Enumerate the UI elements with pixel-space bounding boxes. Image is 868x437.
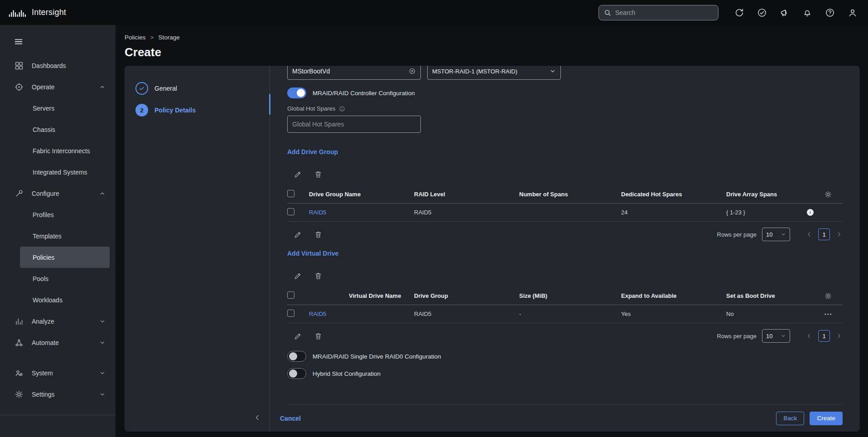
- step-label: General: [154, 85, 177, 92]
- table-settings-gear-icon[interactable]: [824, 292, 832, 300]
- edit-pencil-icon[interactable]: [294, 272, 302, 280]
- sidebar-item-dashboards[interactable]: Dashboards: [0, 55, 116, 76]
- breadcrumb-policies[interactable]: Policies: [125, 34, 146, 41]
- refresh-icon[interactable]: [734, 7, 745, 18]
- drive-group-name-link[interactable]: RAID5: [309, 209, 326, 216]
- delete-trash-icon[interactable]: [314, 272, 323, 280]
- global-hot-spares-input[interactable]: [292, 121, 416, 128]
- announcements-icon[interactable]: [779, 7, 790, 18]
- virtual-drive-name-input[interactable]: [292, 68, 405, 75]
- rows-per-page-select[interactable]: 10: [762, 329, 790, 343]
- sidebar-item-pools[interactable]: Pools: [0, 268, 116, 289]
- hybrid-slot-toggle[interactable]: [287, 368, 306, 379]
- previous-page-icon[interactable]: [805, 332, 813, 340]
- single-drive-raid0-toggle[interactable]: [287, 351, 306, 362]
- delete-trash-icon[interactable]: [314, 332, 323, 340]
- sidebar-item-integrated-systems[interactable]: Integrated Systems: [0, 161, 116, 183]
- mraid-controller-toggle[interactable]: [287, 87, 306, 98]
- virtual-drive-table-toolbar: [287, 271, 843, 281]
- top-bar: Intersight: [0, 0, 868, 25]
- step-label: Policy Details: [154, 107, 196, 114]
- next-page-icon[interactable]: [835, 231, 843, 238]
- rows-per-page-value: 10: [766, 333, 772, 340]
- row-actions-ellipsis-icon[interactable]: ⋯: [824, 312, 833, 316]
- column-header[interactable]: Drive Array Spans: [726, 191, 817, 198]
- column-header[interactable]: Virtual Drive Name: [309, 292, 414, 299]
- back-button[interactable]: Back: [776, 412, 804, 425]
- virtual-drive-name-field[interactable]: [287, 66, 421, 80]
- column-header[interactable]: Dedicated Hot Spares: [621, 191, 726, 198]
- column-header[interactable]: RAID Level: [414, 191, 519, 198]
- sidebar-item-label: Analyze: [32, 318, 54, 325]
- table-row[interactable]: RAID5 RAID5 24 { 1-23 }: [287, 204, 843, 222]
- sidebar-item-policies[interactable]: Policies: [20, 247, 110, 268]
- sidebar-item-operate[interactable]: Operate: [0, 76, 116, 97]
- menu-toggle-button[interactable]: [0, 25, 116, 55]
- cancel-button[interactable]: Cancel: [280, 415, 301, 422]
- health-check-icon[interactable]: [757, 7, 767, 18]
- select-all-checkbox[interactable]: [287, 190, 294, 197]
- drive-group-table-footer: Rows per page 10 1: [287, 222, 843, 247]
- sidebar-item-label: Automate: [32, 339, 59, 346]
- notifications-bell-icon[interactable]: [802, 7, 813, 18]
- step-policy-details[interactable]: 2 Policy Details: [135, 99, 270, 121]
- table-settings-gear-icon[interactable]: [824, 190, 832, 199]
- create-button[interactable]: Create: [810, 412, 843, 425]
- previous-page-icon[interactable]: [805, 231, 813, 238]
- drive-group-select[interactable]: MSTOR-RAID-1 (MSTOR-RAID): [427, 66, 561, 80]
- sidebar-item-chassis[interactable]: Chassis: [0, 119, 116, 140]
- step-general[interactable]: General: [135, 78, 270, 99]
- sidebar-divider: [0, 415, 116, 415]
- sidebar-item-label: Pools: [33, 275, 48, 282]
- search-box[interactable]: [598, 5, 719, 20]
- virtual-drive-name-row: MSTOR-RAID-1 (MSTOR-RAID): [287, 66, 843, 80]
- collapse-stepper-button[interactable]: [253, 413, 261, 422]
- column-header[interactable]: Drive Group: [414, 292, 519, 299]
- rows-per-page-select[interactable]: 10: [762, 228, 790, 241]
- current-page-indicator[interactable]: 1: [818, 330, 830, 342]
- virtual-drive-name-link[interactable]: RAID5: [309, 311, 326, 317]
- main-content: Policies > Storage Create General 2 Poli…: [116, 25, 868, 437]
- sidebar-item-automate[interactable]: Automate: [0, 332, 116, 353]
- toggle-knob: [289, 352, 297, 360]
- edit-pencil-icon[interactable]: [294, 230, 302, 239]
- row-info-icon[interactable]: [807, 209, 814, 216]
- sidebar-item-servers[interactable]: Servers: [0, 97, 116, 119]
- breadcrumb: Policies > Storage: [125, 34, 860, 41]
- delete-trash-icon[interactable]: [314, 230, 323, 239]
- current-page-indicator[interactable]: 1: [818, 228, 830, 240]
- delete-trash-icon[interactable]: [314, 170, 323, 179]
- clear-input-icon[interactable]: [409, 68, 416, 75]
- sidebar-item-system[interactable]: System: [0, 362, 116, 384]
- sidebar-item-profiles[interactable]: Profiles: [0, 204, 116, 225]
- row-checkbox[interactable]: [287, 310, 294, 317]
- sidebar-item-configure[interactable]: Configure: [0, 183, 116, 204]
- chevron-down-icon: [99, 370, 106, 376]
- column-header[interactable]: Size (MiB): [519, 292, 621, 299]
- sidebar-item-label: Chassis: [33, 126, 55, 133]
- sidebar-item-settings[interactable]: Settings: [0, 384, 116, 405]
- column-header[interactable]: Expand to Available: [621, 292, 726, 299]
- column-header[interactable]: Drive Group Name: [309, 191, 414, 198]
- global-hot-spares-field[interactable]: [287, 116, 421, 133]
- select-all-checkbox[interactable]: [287, 291, 294, 299]
- edit-pencil-icon[interactable]: [294, 170, 302, 179]
- breadcrumb-storage: Storage: [158, 34, 179, 41]
- sidebar-item-templates[interactable]: Templates: [0, 225, 116, 247]
- column-header[interactable]: Number of Spans: [519, 191, 621, 198]
- column-header[interactable]: Set as Boot Drive: [726, 292, 817, 299]
- mraid-controller-toggle-row: MRAID/RAID Controller Configuration: [287, 87, 843, 99]
- add-drive-group-link[interactable]: Add Drive Group: [287, 148, 338, 155]
- search-input[interactable]: [615, 9, 714, 16]
- sidebar-item-workloads[interactable]: Workloads: [0, 289, 116, 311]
- row-checkbox[interactable]: [287, 208, 294, 215]
- table-row[interactable]: RAID5 RAID5 - Yes No ⋯: [287, 305, 843, 323]
- user-account-icon[interactable]: [847, 7, 858, 18]
- add-virtual-drive-link[interactable]: Add Virtual Drive: [287, 250, 338, 257]
- help-icon[interactable]: [825, 7, 835, 18]
- sidebar-item-fabric-interconnects[interactable]: Fabric Interconnects: [0, 140, 116, 161]
- next-page-icon[interactable]: [835, 332, 843, 340]
- edit-pencil-icon[interactable]: [294, 332, 302, 340]
- create-policy-card: General 2 Policy Details: [125, 66, 860, 432]
- sidebar-item-analyze[interactable]: Analyze: [0, 311, 116, 332]
